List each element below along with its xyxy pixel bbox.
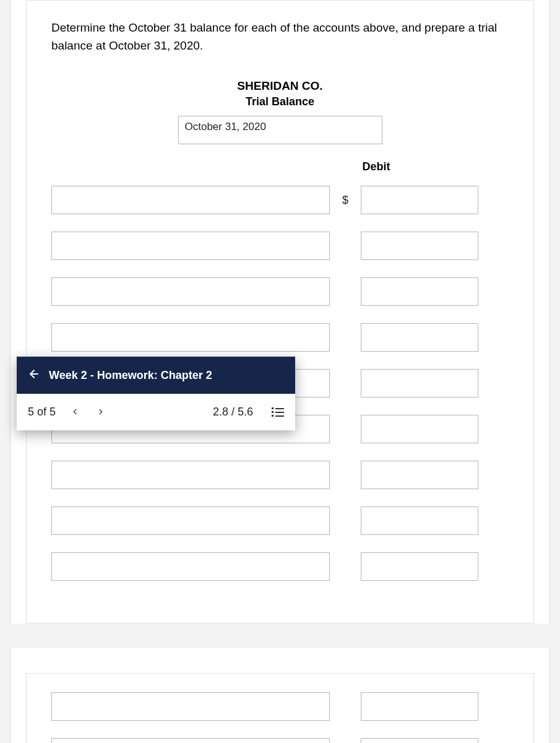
debit-input[interactable] [361, 277, 478, 306]
next-question-button[interactable] [94, 405, 108, 419]
assignment-nav-card: Week 2 - Homework: Chapter 2 5 of 5 2.8 … [17, 357, 295, 430]
debit-input[interactable] [361, 323, 478, 352]
report-label: Trial Balance [51, 95, 509, 108]
debit-input[interactable] [361, 692, 478, 721]
debit-input[interactable] [361, 415, 478, 443]
account-select[interactable] [51, 738, 330, 743]
table-row: $ [51, 232, 509, 260]
prev-question-button[interactable] [68, 405, 82, 419]
debit-input[interactable] [361, 461, 478, 489]
score-label: 2.8 / 5.6 [213, 406, 253, 419]
assignment-nav-header[interactable]: Week 2 - Homework: Chapter 2 [17, 357, 295, 394]
debit-column-header: Debit [317, 160, 435, 173]
table-row: $ [51, 323, 509, 352]
debit-input[interactable] [361, 186, 478, 214]
account-select[interactable] [51, 232, 330, 260]
question-list-icon[interactable] [272, 407, 284, 417]
account-select[interactable] [51, 186, 330, 214]
account-select[interactable] [51, 552, 330, 581]
assignment-nav-footer: 5 of 5 2.8 / 5.6 [17, 394, 295, 430]
debit-input[interactable] [361, 506, 478, 535]
back-arrow-icon[interactable] [28, 368, 40, 383]
table-row: $ [51, 738, 509, 743]
debit-input[interactable] [361, 738, 478, 743]
account-rows-bottom: $ $ [51, 692, 509, 743]
account-select[interactable] [51, 692, 330, 721]
date-select[interactable]: October 31, 2020 [178, 116, 382, 144]
debit-input[interactable] [361, 552, 478, 581]
table-row: $ [51, 692, 509, 721]
assignment-title: Week 2 - Homework: Chapter 2 [49, 369, 212, 382]
question-card-top: Determine the October 31 balance for eac… [26, 1, 534, 624]
company-name: SHERIDAN CO. [51, 79, 509, 93]
card-gap [0, 624, 560, 648]
account-select[interactable] [51, 323, 330, 352]
trial-balance-header-block: SHERIDAN CO. Trial Balance October 31, 2… [51, 79, 509, 173]
debit-input[interactable] [361, 369, 478, 398]
table-row: $ [51, 461, 509, 489]
table-row: $ [51, 552, 509, 581]
table-row: $ [51, 506, 509, 535]
instruction-text: Determine the October 31 balance for eac… [51, 19, 509, 54]
question-card-bottom: $ $ Totals $ [26, 673, 534, 743]
table-row: $ [51, 186, 509, 214]
question-count: 5 of 5 [28, 406, 56, 419]
dollar-sign: $ [338, 194, 352, 207]
account-select[interactable] [51, 506, 330, 535]
account-select[interactable] [51, 461, 330, 489]
debit-input[interactable] [361, 232, 478, 260]
account-select[interactable] [51, 277, 330, 306]
table-row: $ [51, 277, 509, 306]
